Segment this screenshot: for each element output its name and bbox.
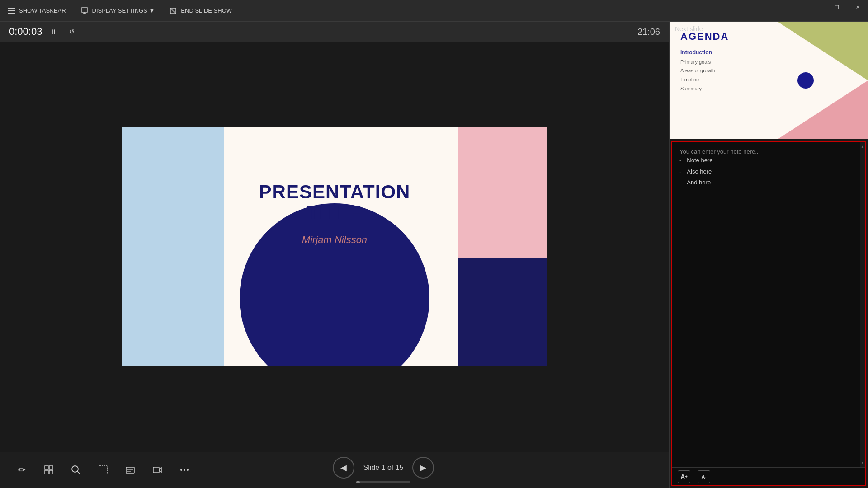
slide-bg-right [458, 127, 547, 258]
list-item: Introduction [680, 48, 729, 58]
svg-rect-16 [99, 466, 107, 474]
timer-bar: 0:00:03 ⏸ ↺ 21:06 [0, 22, 669, 42]
list-item: Summary [680, 84, 729, 94]
note-item-3: - And here [679, 177, 858, 188]
svg-rect-11 [49, 470, 53, 474]
toolbar: SHOW TASKBAR DISPLAY SETTINGS ▼ END SLID… [0, 0, 868, 22]
timer-display: 0:00:03 [9, 26, 42, 38]
slide-progress-fill [356, 481, 360, 483]
slide-subtitle: Mirjam Nilsson [259, 234, 410, 246]
slide-main-title-line1: PRESENTATION [259, 182, 410, 202]
next-slide-button[interactable]: ▶ [412, 457, 434, 479]
notes-section: You can enter your note here... - Note h… [671, 141, 866, 486]
show-taskbar-button[interactable]: SHOW TASKBAR [7, 7, 66, 15]
slide-frame: PRESENTATION TITLE Mirjam Nilsson [122, 127, 547, 366]
svg-point-22 [180, 469, 182, 471]
svg-line-7 [170, 8, 176, 14]
list-item: Timeline [680, 75, 729, 84]
svg-rect-10 [45, 470, 48, 474]
next-slide-label: Next slide [675, 25, 703, 33]
svg-rect-0 [8, 8, 15, 9]
list-item: Areas of growth [680, 66, 729, 75]
note-item-1: - Note here [679, 155, 858, 166]
slide-area: 0:00:03 ⏸ ↺ 21:06 PRESENTATION TITLE [0, 22, 669, 488]
svg-rect-2 [8, 13, 15, 14]
note-item-2: - Also here [679, 166, 858, 178]
svg-point-24 [187, 469, 189, 471]
agenda-triangle-green [778, 22, 868, 80]
svg-rect-17 [126, 467, 134, 473]
reset-button[interactable]: ↺ [66, 25, 78, 38]
slide-indicator: Slide 1 of 15 [363, 464, 404, 472]
notes-placeholder: You can enter your note here... [679, 148, 858, 155]
monitor-icon [80, 7, 89, 15]
svg-rect-1 [8, 10, 15, 11]
zoom-icon[interactable] [68, 462, 84, 478]
grid-icon[interactable] [41, 462, 57, 478]
close-button[interactable]: ✕ [847, 0, 868, 14]
subtitles-icon[interactable] [122, 462, 138, 478]
scroll-down-button[interactable]: ▼ [860, 460, 865, 465]
scroll-up-button[interactable]: ▲ [860, 144, 865, 149]
agenda-circle [797, 72, 814, 89]
tool-icons: ✏ [14, 462, 193, 478]
minimize-button[interactable]: — [806, 0, 826, 14]
slide-bg-left [122, 127, 224, 366]
next-slide-preview[interactable]: AGENDA Introduction Primary goals Areas … [670, 22, 868, 139]
right-panel: Next slide AGENDA Introduction Primary g… [669, 22, 868, 488]
more-icon[interactable] [176, 462, 193, 478]
svg-rect-3 [81, 8, 88, 12]
pause-button[interactable]: ⏸ [47, 25, 60, 38]
taskbar-icon [7, 7, 15, 15]
slide-bg-bottom-dark [458, 258, 547, 366]
font-decrease-button[interactable]: A- [698, 470, 710, 483]
bottom-controls: ✏ [0, 452, 669, 488]
slide-nav: ◀ Slide 1 of 15 ▶ [333, 457, 434, 483]
svg-rect-9 [49, 466, 53, 469]
slide-progress-bar [356, 481, 410, 483]
list-item: Primary goals [680, 58, 729, 67]
notes-scrollbar[interactable]: ▲ ▼ [860, 142, 865, 467]
restore-button[interactable]: ❐ [826, 0, 847, 14]
notes-toolbar: A+ A- [672, 467, 865, 485]
slide-main-title-line2: TITLE [259, 202, 410, 223]
stop-icon [169, 7, 177, 15]
prev-slide-button[interactable]: ◀ [333, 457, 354, 479]
agenda-list: Introduction Primary goals Areas of grow… [680, 48, 729, 94]
video-icon[interactable] [149, 462, 165, 478]
agenda-content: AGENDA Introduction Primary goals Areas … [680, 31, 729, 94]
selection-icon[interactable] [95, 462, 111, 478]
font-increase-button[interactable]: A+ [678, 470, 690, 483]
end-slide-show-button[interactable]: END SLIDE SHOW [169, 7, 232, 15]
next-slide-section: Next slide AGENDA Introduction Primary g… [670, 22, 868, 139]
slide-time: 21:06 [637, 27, 660, 37]
svg-rect-8 [45, 466, 48, 469]
agenda-triangle-pink [778, 80, 868, 139]
svg-line-13 [77, 471, 80, 474]
display-settings-button[interactable]: DISPLAY SETTINGS ▼ [80, 7, 155, 15]
notes-content[interactable]: You can enter your note here... - Note h… [672, 142, 865, 467]
slide-title-block: PRESENTATION TITLE Mirjam Nilsson [259, 182, 410, 246]
pen-icon[interactable]: ✏ [14, 462, 30, 478]
slide-canvas[interactable]: PRESENTATION TITLE Mirjam Nilsson [0, 42, 669, 452]
svg-point-23 [184, 469, 185, 471]
svg-rect-20 [153, 467, 159, 473]
